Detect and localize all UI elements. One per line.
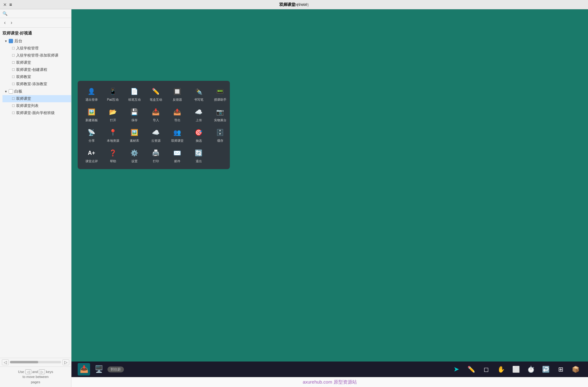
btn-exit[interactable]: 🔄 退出 xyxy=(189,146,209,165)
hint-key-right: ▷ xyxy=(39,369,45,374)
sidebar-tree: 双师课堂-好视通 ▼ 后台 ☐ 入驻学校管理 ☐ 入驻学校管理-添加双师课 ☐ xyxy=(0,28,71,358)
btn-cache[interactable]: 🗄️ 缓存 xyxy=(210,126,230,145)
hand-btn[interactable]: ✋ xyxy=(495,363,507,375)
btn-settings[interactable]: ⚙️ 设置 xyxy=(124,146,144,165)
search-icon: 🔍 xyxy=(2,11,7,16)
page-icon: ☐ xyxy=(12,104,15,108)
btn-pad[interactable]: 📱 Pad互动 xyxy=(103,85,123,104)
btn-export[interactable]: 📤 导出 xyxy=(167,105,187,124)
page-icon: ☐ xyxy=(12,75,15,79)
page-icon: ☐ xyxy=(12,46,15,50)
close-icon[interactable]: ✕ xyxy=(3,2,7,7)
screen-btn[interactable]: 🖥️ xyxy=(93,363,105,375)
btn-materials[interactable]: 🖼️ 素材库 xyxy=(124,126,144,145)
help-icon: ❓ xyxy=(108,148,118,158)
list-item[interactable]: ☐ 双师课堂列表 xyxy=(2,102,71,109)
list-item[interactable]: ☐ 双师课堂 xyxy=(2,59,71,66)
visualizer-icon: 📷 xyxy=(215,107,225,117)
top-bar: ✕ ≡ 双师课堂 (7 of 9) Local Preview xyxy=(0,0,588,9)
menu-icon: ≡ xyxy=(9,2,12,7)
item-label: 双师教室 xyxy=(16,74,31,80)
undo-btn[interactable]: ↩️ xyxy=(540,363,552,375)
classreview-icon: A+ xyxy=(87,148,97,158)
btn-save[interactable]: 💾 保存 xyxy=(124,105,144,124)
btn-import[interactable]: 📥 导入 xyxy=(146,105,166,124)
btn-print[interactable]: 🖨️ 打印 xyxy=(146,146,166,165)
list-item[interactable]: ☐ 双师课堂-面向学校班级 xyxy=(2,109,71,117)
main-layout: 🔍 ‹ › 双师课堂-好视通 ▼ 后台 ☐ 入驻学校管理 ☐ xyxy=(0,9,588,387)
btn-help[interactable]: ❓ 帮助 xyxy=(103,146,123,165)
btn-label-save: 保存 xyxy=(131,118,138,122)
btn-share[interactable]: 📡 分享 xyxy=(81,126,102,145)
cursor-btn[interactable]: ➤ xyxy=(450,363,463,375)
print-icon: 🖨️ xyxy=(151,148,161,158)
list-item[interactable]: ☐ 双师教室 xyxy=(2,73,71,81)
tree-group-header-whiteboard[interactable]: ▼ 白板 xyxy=(2,88,71,95)
hint-key-left: ◁ xyxy=(25,369,31,374)
import-icon: 📥 xyxy=(151,107,161,117)
list-item[interactable]: ☐ 入驻学校管理 xyxy=(2,45,71,52)
btn-penbox[interactable]: ✏️ 笔盒互动 xyxy=(146,85,166,104)
frame-btn[interactable]: ⬜ xyxy=(510,363,522,375)
btn-label-classreview: 课堂点评 xyxy=(85,159,98,164)
btn-label-paper: 纸笔互动 xyxy=(128,98,141,102)
btn-label-export: 导出 xyxy=(174,118,180,122)
search-input[interactable] xyxy=(9,12,69,16)
btn-teachassist[interactable]: 📟 授课助手 xyxy=(210,85,230,104)
sidebar-collapse-btn[interactable]: ◁ xyxy=(2,359,9,365)
btn-cloudres[interactable]: ☁️ 云资源 xyxy=(146,126,166,145)
btn-localres[interactable]: 📍 本地资源 xyxy=(103,126,123,145)
preview-title: Local Preview xyxy=(281,2,307,7)
open-icon: 📂 xyxy=(108,107,118,117)
btn-label-visualizer: 实物展台 xyxy=(214,118,226,122)
list-item[interactable]: ☐ 双师教室-添加教室 xyxy=(2,81,71,88)
btn-upload[interactable]: ☁️ 上传 xyxy=(189,105,209,124)
footer: axurehub.com 原型资源站 xyxy=(71,377,588,387)
btn-paper[interactable]: 📄 纸笔互动 xyxy=(124,85,144,104)
btn-label-upload: 上传 xyxy=(196,118,202,122)
pen-btn[interactable]: ✏️ xyxy=(465,363,477,375)
footer-link[interactable]: axurehub.com 原型资源站 xyxy=(303,379,357,385)
localres-icon: 📍 xyxy=(108,127,118,137)
btn-newboard[interactable]: 🖼️ 新建画板 xyxy=(81,105,102,124)
btn-logout[interactable]: 👤 退出登录 xyxy=(81,85,102,104)
btn-dualsclass[interactable]: 👥 双师课堂 xyxy=(167,126,187,145)
grid-btn[interactable]: ⊞ xyxy=(554,363,567,375)
sidebar-expand-btn[interactable]: ▷ xyxy=(62,359,69,365)
btn-label-writingpen: 书写笔 xyxy=(194,98,203,102)
btn-mail[interactable]: ✉️ 邮件 xyxy=(167,146,187,165)
btn-label-logout: 退出登录 xyxy=(85,98,98,102)
timer-btn[interactable]: ⏱️ xyxy=(525,363,537,375)
btn-visualizer[interactable]: 📷 实物展台 xyxy=(210,105,230,124)
import-btn[interactable]: 📥 xyxy=(78,363,90,375)
list-item[interactable]: ☐ 双师课堂-创建课程 xyxy=(2,66,71,73)
item-label: 入驻学校管理-添加双师课 xyxy=(16,53,58,58)
btn-feedback[interactable]: 🔲 反馈器 xyxy=(167,85,187,104)
list-item[interactable]: ☐ 双师课堂 xyxy=(2,95,71,102)
item-label: 双师课堂列表 xyxy=(16,103,39,108)
teachassist-icon: 📟 xyxy=(215,86,225,96)
btn-pick[interactable]: 🎯 抽选 xyxy=(189,126,209,145)
settings-icon: ⚙️ xyxy=(130,148,139,158)
item-label: 双师课堂 xyxy=(16,96,31,101)
feedback-icon: 🔲 xyxy=(172,86,182,96)
nav-forward-button[interactable]: › xyxy=(9,19,14,26)
btn-label-help: 帮助 xyxy=(110,159,116,164)
btn-classreview[interactable]: A+ 课堂点评 xyxy=(81,146,102,165)
btn-label-newboard: 新建画板 xyxy=(85,118,98,122)
sidebar-scrollbar[interactable] xyxy=(10,361,61,363)
btn-writingpen[interactable]: ✒️ 书写笔 xyxy=(189,85,209,104)
eraser-btn[interactable]: ◻ xyxy=(480,363,492,375)
btn-label-materials: 素材库 xyxy=(130,139,139,143)
btn-label-pad: Pad互动 xyxy=(107,98,119,102)
nav-back-button[interactable]: ‹ xyxy=(2,19,7,26)
resource-btn[interactable]: 📦 xyxy=(569,363,582,375)
newboard-icon: 🖼️ xyxy=(87,107,97,117)
btn-label-localres: 本地资源 xyxy=(107,139,119,143)
list-item[interactable]: ☐ 入驻学校管理-添加双师课 xyxy=(2,52,71,59)
user-tag[interactable]: 郭欣蔚 xyxy=(107,366,124,372)
btn-open[interactable]: 📂 打开 xyxy=(103,105,123,124)
btn-label-settings: 设置 xyxy=(131,159,138,164)
tree-group-header-houtai[interactable]: ▼ 后台 xyxy=(2,37,71,45)
btn-label-cache: 缓存 xyxy=(217,139,223,143)
